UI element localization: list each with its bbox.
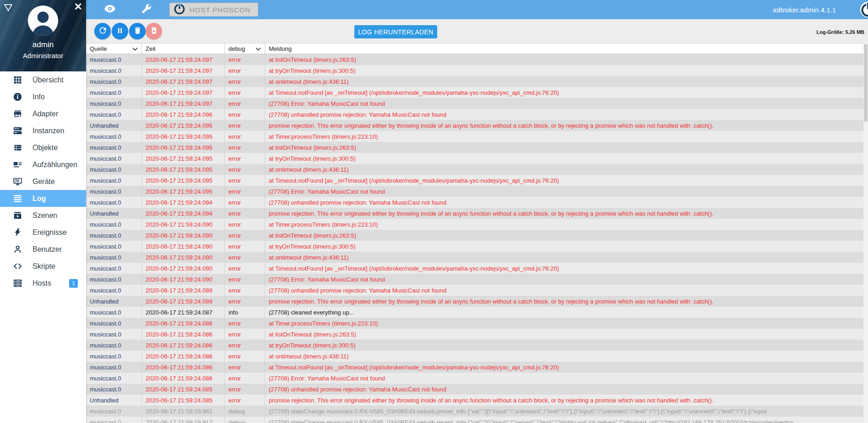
sidebar-item-objekte[interactable]: Objekte	[0, 139, 86, 156]
log-source-cell: musiccast.0	[86, 54, 142, 65]
table-row: musiccast.02020-06-17 21:59:24.095errora…	[86, 142, 863, 153]
log-message-cell: (27708) Error: Yamaha MusicCast not foun…	[265, 373, 863, 384]
log-source-cell: musiccast.0	[86, 230, 142, 241]
log-source-cell: musiccast.0	[86, 197, 142, 208]
log-time-cell: 2020-06-17 21:59:24.097	[142, 87, 225, 98]
level-filter-select[interactable]: debug	[225, 43, 265, 54]
vertical-scrollbar[interactable]	[863, 43, 868, 423]
log-source-cell: musiccast.0	[86, 285, 142, 296]
admin-logo-icon[interactable]	[3, 3, 13, 15]
clear-log-file-button[interactable]	[146, 23, 162, 39]
sidebar-item-hosts[interactable]: Hosts1	[0, 275, 86, 292]
table-row: musiccast.02020-06-17 21:59:24.090error(…	[86, 274, 863, 285]
wrench-icon	[141, 4, 152, 16]
log-time-cell: 2020-06-17 21:59:24.089	[142, 296, 225, 307]
sidebar-item-benutzer[interactable]: Benutzer	[0, 241, 86, 258]
scrollbar-thumb[interactable]	[864, 44, 868, 122]
log-time-cell: 2020-06-17 21:59:24.096	[142, 109, 225, 120]
log-source-cell: Unhandled	[86, 296, 142, 307]
list-icon	[12, 142, 23, 153]
log-source-cell: musiccast.0	[86, 98, 142, 109]
sidebar-item-szenen[interactable]: Szenen	[0, 207, 86, 224]
sidebar-item-uebersicht[interactable]: Übersicht	[0, 71, 86, 88]
sidebar-item-instanzen[interactable]: Instanzen	[0, 122, 86, 139]
host-phoscon-button[interactable]: HOST PHOSCON	[169, 3, 258, 16]
log-time-cell: 2020-06-17 21:59:24.097	[142, 54, 225, 65]
log-time-cell: 2020-06-17 21:59:24.086	[142, 373, 225, 384]
log-level-cell: error	[225, 340, 265, 351]
log-level-cell: error	[225, 87, 265, 98]
info-icon	[12, 92, 23, 103]
log-level-cell: debug	[225, 417, 265, 423]
log-message-cell: (27708) Error: Yamaha MusicCast not foun…	[265, 98, 863, 109]
log-message-cell: at ontimeout (timers.js:436:11)	[265, 351, 863, 362]
log-message-cell: (27708) Error: Yamaha MusicCast not foun…	[265, 274, 863, 285]
clear-log-button[interactable]	[129, 23, 146, 39]
sidebar-item-info[interactable]: Info	[0, 88, 86, 105]
sidebar-item-log[interactable]: Log	[0, 190, 86, 207]
log-time-cell: 2020-06-17 21:59:24.089	[142, 285, 225, 296]
download-log-button[interactable]: LOG HERUNTERLADEN	[354, 25, 437, 38]
avatar[interactable]	[27, 5, 59, 38]
log-time-cell: 2020-06-17 21:59:24.090	[142, 274, 225, 285]
log-message-cell: promise rejection. This error originated…	[265, 296, 863, 307]
table-row: musiccast.02020-06-17 21:59:24.095error(…	[86, 186, 863, 197]
table-row: musiccast.02020-06-17 21:59:24.090errora…	[86, 230, 863, 241]
sidebar-item-skripte[interactable]: Skripte	[0, 258, 86, 275]
eye-icon	[104, 3, 116, 16]
refresh-button[interactable]	[94, 23, 111, 39]
sidebar-item-aufzaehlungen[interactable]: Aufzählungen	[0, 156, 86, 173]
hosts-icon	[12, 278, 23, 289]
app-version-title: ioBroker.admin 4.1.1	[773, 0, 836, 19]
log-level-cell: error	[225, 153, 265, 164]
log-time-cell: 2020-06-17 21:59:24.085	[142, 395, 225, 406]
sidebar-item-ereignisse[interactable]: Ereignisse	[0, 224, 86, 241]
table-row: musiccast.02020-06-17 21:59:24.086errora…	[86, 318, 863, 329]
table-row: musiccast.02020-06-17 21:59:24.095errora…	[86, 164, 863, 175]
log-message-cell: at Timer.processTimers (timers.js:223:10…	[265, 318, 863, 329]
log-level-cell: error	[225, 164, 265, 175]
table-row: musiccast.02020-06-17 21:59:24.096error(…	[86, 109, 863, 120]
sidebar-item-adapter[interactable]: Adapter	[0, 105, 86, 122]
table-row: Unhandled2020-06-17 21:59:24.085errorpro…	[86, 395, 863, 406]
iobroker-logo-icon	[174, 3, 185, 16]
log-time-cell: 2020-06-17 21:59:24.090	[142, 263, 225, 274]
sidebar-item-geraete[interactable]: Geräte	[0, 173, 86, 190]
log-message-cell: at Timeout.notFound [as _onTimeout] (/op…	[265, 87, 863, 98]
log-source-cell: musiccast.0	[86, 373, 142, 384]
source-filter-select[interactable]: Quelle	[86, 43, 142, 54]
log-level-cell: error	[225, 54, 265, 65]
close-icon[interactable]: ✕	[74, 2, 82, 12]
settings-wrench-button[interactable]	[137, 0, 156, 19]
log-time-cell: 2020-06-17 21:59:24.097	[142, 98, 225, 109]
log-level-cell: error	[225, 109, 265, 120]
table-row: Unhandled2020-06-17 21:59:24.095errorpro…	[86, 120, 863, 131]
log-level-cell: error	[225, 98, 265, 109]
log-level-cell: error	[225, 208, 265, 219]
log-message-cell: at Timer.processTimers (timers.js:223:10…	[265, 131, 863, 142]
trash-x-icon	[150, 26, 158, 36]
log-level-cell: debug	[225, 406, 265, 417]
log-time-cell: 2020-06-17 21:59:24.095	[142, 131, 225, 142]
enums-icon	[12, 159, 23, 170]
log-source-cell: musiccast.0	[86, 252, 142, 263]
log-source-cell: Unhandled	[86, 395, 142, 406]
log-time-cell: 2020-06-17 21:59:24.097	[142, 76, 225, 87]
log-source-cell: musiccast.0	[86, 142, 142, 153]
sidebar-menu: ÜbersichtInfoAdapterInstanzenObjekteAufz…	[0, 71, 86, 292]
log-time-cell: 2020-06-17 21:59:24.095	[142, 186, 225, 197]
sidebar-item-label: Objekte	[33, 144, 58, 152]
sidebar-item-label: Instanzen	[33, 127, 64, 135]
log-source-cell: musiccast.0	[86, 384, 142, 395]
log-message-cell: at ontimeout (timers.js:436:11)	[265, 164, 863, 175]
log-source-cell: musiccast.0	[86, 362, 142, 373]
table-row: musiccast.02020-06-17 21:59:24.086error(…	[86, 373, 863, 384]
log-rows: musiccast.02020-06-17 21:59:24.097errora…	[86, 54, 863, 423]
log-level-cell: error	[225, 351, 265, 362]
user-role: Administrator	[0, 52, 86, 60]
visibility-toggle-button[interactable]	[101, 0, 119, 19]
table-row: musiccast.02020-06-17 21:59:24.097errora…	[86, 54, 863, 65]
pause-button[interactable]	[112, 23, 128, 39]
log-message-cell: (27708) stateChange musiccast.0.RX-V585_…	[265, 406, 863, 417]
log-level-cell: error	[225, 131, 265, 142]
